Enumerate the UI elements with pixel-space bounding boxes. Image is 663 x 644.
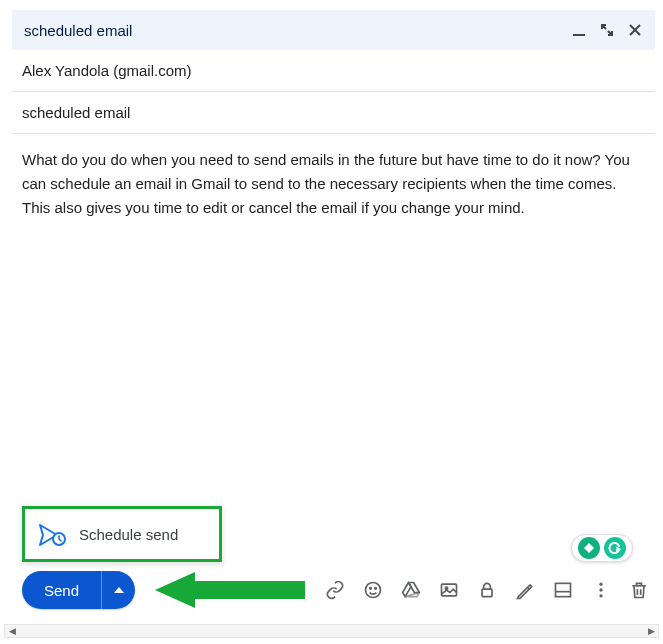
discard-draft-icon[interactable] bbox=[629, 580, 649, 600]
svg-point-4 bbox=[375, 588, 377, 590]
header-actions bbox=[571, 22, 643, 38]
insert-drive-icon[interactable] bbox=[401, 580, 421, 600]
scroll-left-icon[interactable]: ◀ bbox=[5, 624, 19, 638]
scroll-right-icon[interactable]: ▶ bbox=[644, 624, 658, 638]
writing-assist-icon[interactable] bbox=[578, 537, 600, 559]
svg-point-10 bbox=[599, 583, 602, 586]
schedule-send-label: Schedule send bbox=[79, 526, 178, 543]
insert-photo-icon[interactable] bbox=[439, 580, 459, 600]
schedule-send-icon bbox=[39, 524, 65, 544]
subject-field[interactable]: scheduled email bbox=[12, 92, 655, 134]
svg-rect-0 bbox=[573, 34, 585, 36]
fullscreen-icon[interactable] bbox=[599, 22, 615, 38]
compose-toolbar: Send bbox=[22, 568, 649, 612]
svg-point-3 bbox=[370, 588, 372, 590]
more-options-icon[interactable] bbox=[591, 580, 611, 600]
svg-point-12 bbox=[599, 594, 602, 597]
send-button[interactable]: Send bbox=[22, 571, 101, 609]
compose-title: scheduled email bbox=[24, 22, 571, 39]
confidential-mode-icon[interactable] bbox=[477, 580, 497, 600]
to-field[interactable]: Alex Yandola (gmail.com) bbox=[12, 50, 655, 92]
send-button-group: Send bbox=[22, 571, 135, 609]
layout-icon[interactable] bbox=[553, 580, 573, 600]
grammarly-icon[interactable] bbox=[604, 537, 626, 559]
svg-point-11 bbox=[599, 588, 602, 591]
minimize-icon[interactable] bbox=[571, 22, 587, 38]
insert-link-icon[interactable] bbox=[325, 580, 345, 600]
svg-rect-8 bbox=[556, 583, 571, 596]
schedule-send-option[interactable]: Schedule send bbox=[22, 506, 222, 562]
insert-signature-icon[interactable] bbox=[515, 580, 535, 600]
close-icon[interactable] bbox=[627, 22, 643, 38]
svg-point-2 bbox=[366, 583, 381, 598]
extension-badges bbox=[571, 534, 633, 562]
svg-rect-7 bbox=[482, 589, 492, 597]
send-options-dropdown[interactable] bbox=[101, 571, 135, 609]
horizontal-scrollbar[interactable]: ◀ ▶ bbox=[4, 624, 659, 638]
compose-header: scheduled email bbox=[12, 10, 655, 50]
insert-emoji-icon[interactable] bbox=[363, 580, 383, 600]
formatting-toolbar bbox=[325, 580, 649, 600]
